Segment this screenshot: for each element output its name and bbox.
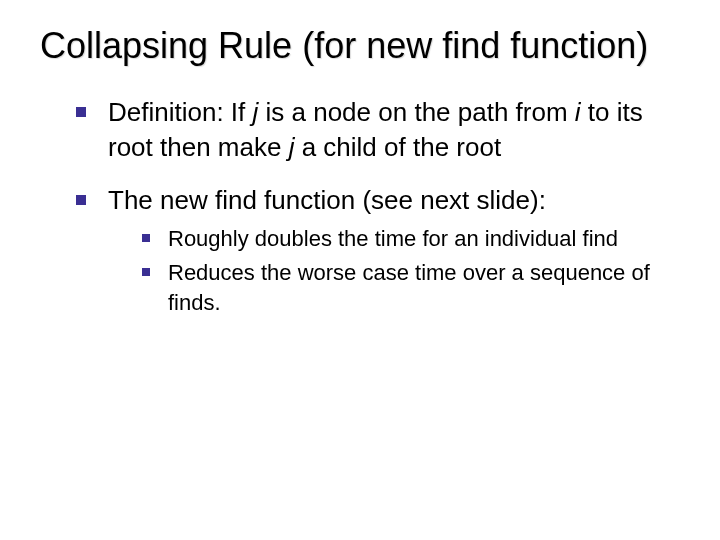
text-fragment: a child of the root <box>294 132 501 162</box>
sub-bullet-2: Reduces the worse case time over a seque… <box>142 258 680 317</box>
square-bullet-icon <box>76 195 86 205</box>
bullet-text-1: Definition: If j is a node on the path f… <box>108 95 680 165</box>
text-fragment: Definition: If <box>108 97 253 127</box>
sub-bullet-text-2: Reduces the worse case time over a seque… <box>168 258 680 317</box>
sub-bullet-text-1: Roughly doubles the time for an individu… <box>168 224 618 254</box>
square-bullet-icon <box>76 107 86 117</box>
bullet-text-2: The new find function (see next slide): <box>108 183 546 218</box>
square-bullet-icon <box>142 234 150 242</box>
text-fragment: is a node on the path from <box>258 97 575 127</box>
slide-title: Collapsing Rule (for new find function) <box>40 24 680 67</box>
bullet-item-2: The new find function (see next slide): … <box>76 183 680 317</box>
bullet-item-1: Definition: If j is a node on the path f… <box>76 95 680 165</box>
square-bullet-icon <box>142 268 150 276</box>
sub-bullet-1: Roughly doubles the time for an individu… <box>142 224 680 254</box>
